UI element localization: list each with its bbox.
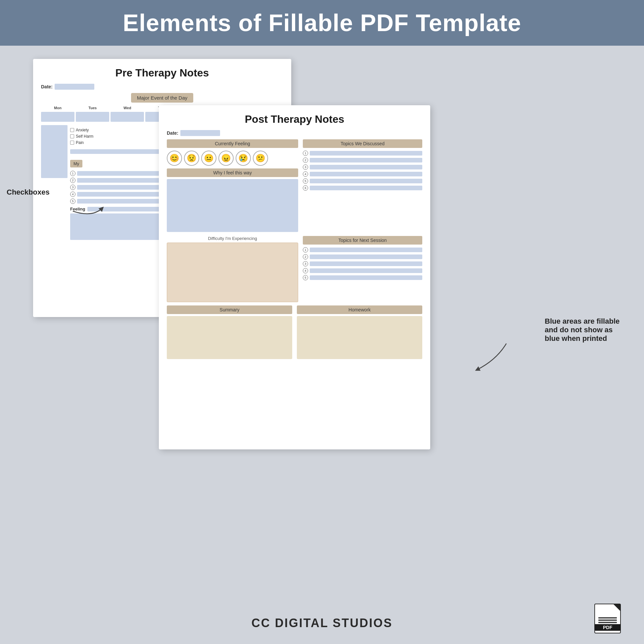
- pdf-line-1: [598, 617, 617, 619]
- pre-therapy-date-field[interactable]: [55, 84, 94, 90]
- emoji-sad[interactable]: 😟: [184, 151, 199, 166]
- post-therapy-card: Post Therapy Notes Date: Currently Feeli…: [159, 105, 430, 449]
- next-field-5[interactable]: [310, 275, 422, 280]
- why-feel-textbox[interactable]: [167, 179, 298, 232]
- next-num-3: 3: [303, 261, 308, 266]
- pdf-icon-corner: [614, 604, 620, 611]
- topic-num-6: 6: [303, 185, 308, 191]
- num-1: 1: [70, 171, 75, 176]
- pdf-line-2: [598, 620, 617, 621]
- pdf-icon: PDF: [594, 604, 624, 637]
- pre-therapy-title: Pre Therapy Notes: [41, 67, 283, 79]
- summary-row: Summary Homework: [167, 305, 422, 359]
- feeling-label: Feeling: [70, 207, 85, 211]
- difficulty-col: Difficulty I'm Experiencing: [167, 236, 298, 302]
- next-row-5: 5: [303, 275, 422, 280]
- day-mon: Mon: [41, 106, 74, 110]
- topics-next-col: Topics for Next Session 1 2 3: [303, 236, 422, 302]
- emoji-confused[interactable]: 😕: [253, 151, 268, 166]
- topic-num-3: 3: [303, 164, 308, 170]
- checkbox-pain-label: Pain: [76, 140, 84, 145]
- num-3: 3: [70, 185, 75, 190]
- topic-num-2: 2: [303, 158, 308, 163]
- topic-num-1: 1: [303, 151, 308, 156]
- pdf-icon-lines: [598, 617, 617, 624]
- num-2: 2: [70, 178, 75, 183]
- topic-field-1[interactable]: [310, 151, 422, 156]
- day-field-1[interactable]: [41, 112, 74, 122]
- next-field-4[interactable]: [310, 268, 422, 273]
- post-therapy-title: Post Therapy Notes: [167, 113, 422, 125]
- checkbox-pain-box[interactable]: [70, 141, 74, 145]
- next-field-3[interactable]: [310, 261, 422, 266]
- num-4: 4: [70, 192, 75, 197]
- homework-box[interactable]: [297, 316, 422, 359]
- summary-label: Summary: [167, 305, 292, 314]
- next-field-2[interactable]: [310, 254, 422, 259]
- post-therapy-date-field[interactable]: [180, 130, 220, 136]
- day-wed: Wed: [111, 106, 144, 110]
- homework-col: Homework: [297, 305, 422, 359]
- next-num-5: 5: [303, 275, 308, 280]
- topic-field-4[interactable]: [310, 172, 422, 176]
- topic-row-2: 2: [303, 158, 422, 163]
- topic-row-6: 6: [303, 185, 422, 191]
- day-tues: Tues: [76, 106, 109, 110]
- checkbox-selfharm-box[interactable]: [70, 134, 74, 138]
- next-num-4: 4: [303, 268, 308, 273]
- post-right-col: Topics We Discussed 1 2 3 4: [303, 139, 422, 232]
- post-two-col: Currently Feeling 😊 😟 😐 😠 😢 😕 Why I feel…: [167, 139, 422, 232]
- pdf-label: PDF: [594, 624, 621, 631]
- post-therapy-date-row: Date:: [167, 130, 422, 136]
- topic-row-4: 4: [303, 171, 422, 177]
- next-row-3: 3: [303, 261, 422, 266]
- why-feel-label: Why I feel this way: [167, 168, 298, 177]
- emoji-happy[interactable]: 😊: [167, 151, 182, 166]
- currently-feeling-label: Currently Feeling: [167, 139, 298, 148]
- checkbox-anxiety-label: Anxiety: [76, 128, 89, 132]
- post-two-col-2: Difficulty I'm Experiencing Topics for N…: [167, 236, 422, 302]
- summary-col: Summary: [167, 305, 292, 359]
- pre-therapy-date-row: Date:: [41, 84, 283, 90]
- difficulty-label: Difficulty I'm Experiencing: [167, 236, 298, 241]
- post-therapy-date-label: Date:: [167, 130, 178, 136]
- post-left-col: Currently Feeling 😊 😟 😐 😠 😢 😕 Why I feel…: [167, 139, 298, 232]
- emoji-row: 😊 😟 😐 😠 😢 😕: [167, 151, 298, 166]
- day-field-3[interactable]: [111, 112, 144, 122]
- blue-areas-annotation-text: Blue areas are fillable and do not show …: [545, 317, 620, 343]
- topic-row-3: 3: [303, 164, 422, 170]
- header-banner: Elements of Fillable PDF Template: [0, 0, 644, 46]
- homework-label: Homework: [297, 305, 422, 314]
- topic-field-3[interactable]: [310, 165, 422, 169]
- emoji-neutral[interactable]: 😐: [201, 151, 216, 166]
- topic-field-5[interactable]: [310, 179, 422, 183]
- next-row-1: 1: [303, 247, 422, 253]
- emoji-cry[interactable]: 😢: [236, 151, 251, 166]
- footer-text: CC DIGITAL STUDIOS: [252, 616, 393, 630]
- topics-next-label: Topics for Next Session: [303, 236, 422, 245]
- topic-num-5: 5: [303, 178, 308, 184]
- checkbox-selfharm-label: Self Harm: [76, 134, 93, 139]
- major-event-banner: Major Event of the Day: [131, 93, 194, 103]
- footer: CC DIGITAL STUDIOS: [0, 616, 644, 630]
- checkbox-anxiety-box[interactable]: [70, 128, 74, 132]
- emoji-angry[interactable]: 😠: [218, 151, 234, 166]
- pdf-line-3: [598, 622, 617, 623]
- topic-row-5: 5: [303, 178, 422, 184]
- main-area: Pre Therapy Notes Date: Major Event of t…: [0, 46, 644, 643]
- difficulty-textbox[interactable]: [167, 243, 298, 302]
- header-title: Elements of Fillable PDF Template: [13, 9, 631, 36]
- day-field-2[interactable]: [76, 112, 109, 122]
- next-row-2: 2: [303, 254, 422, 259]
- next-num-2: 2: [303, 254, 308, 259]
- mood-left-box[interactable]: [41, 125, 68, 178]
- topic-num-4: 4: [303, 171, 308, 177]
- pdf-icon-body: PDF: [594, 604, 621, 633]
- topic-field-6[interactable]: [310, 186, 422, 190]
- topic-row-1: 1: [303, 151, 422, 156]
- next-field-1[interactable]: [310, 248, 422, 252]
- topic-field-2[interactable]: [310, 158, 422, 162]
- blue-areas-annotation: Blue areas are fillable and do not show …: [545, 317, 624, 343]
- checkboxes-annotation: Checkboxes: [7, 188, 50, 197]
- summary-box[interactable]: [167, 316, 292, 359]
